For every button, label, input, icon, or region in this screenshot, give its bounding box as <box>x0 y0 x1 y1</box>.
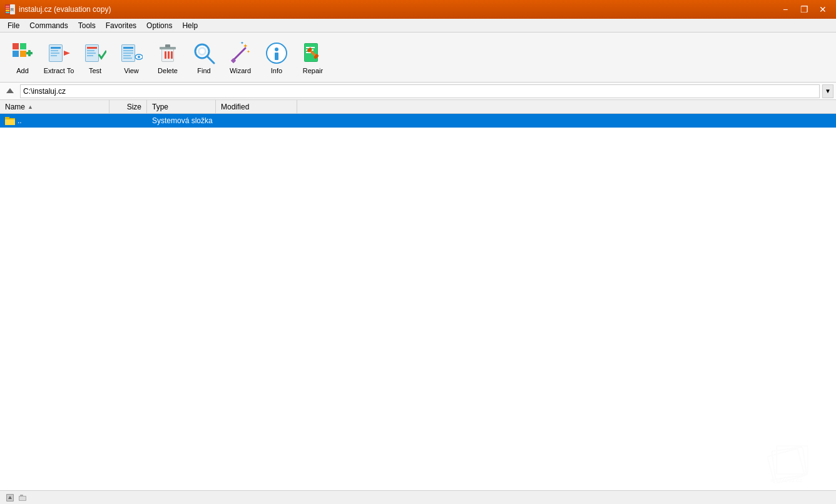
test-label: Test <box>89 67 101 74</box>
find-icon <box>191 41 217 66</box>
menu-favorites[interactable]: Favorites <box>101 20 141 31</box>
address-input[interactable] <box>20 84 820 98</box>
status-icon-1 <box>5 493 15 503</box>
svg-point-34 <box>138 56 140 58</box>
repair-icon <box>300 41 325 66</box>
svg-rect-31 <box>123 55 131 56</box>
col-header-name[interactable]: Name▲ <box>0 100 110 113</box>
sort-arrow-icon: ▲ <box>28 104 33 110</box>
svg-rect-40 <box>168 51 170 59</box>
cell-size <box>110 114 147 128</box>
svg-marker-66 <box>5 117 10 118</box>
svg-rect-38 <box>165 44 170 48</box>
restore-button[interactable]: ❐ <box>796 3 812 16</box>
minimize-button[interactable]: − <box>777 3 793 16</box>
menu-options[interactable]: Options <box>141 20 177 31</box>
add-button[interactable]: Add <box>5 36 40 79</box>
svg-rect-16 <box>51 50 58 51</box>
view-label: View <box>124 67 139 74</box>
svg-rect-25 <box>87 55 93 56</box>
svg-rect-53 <box>275 53 278 60</box>
info-label: Info <box>271 67 282 74</box>
toolbar: Add Extract To <box>0 33 836 83</box>
title-bar-left: R instaluj.cz (evaluation copy) <box>5 4 111 14</box>
repair-label: Repair <box>303 67 323 74</box>
col-header-size[interactable]: Size <box>110 100 147 113</box>
window-title: instaluj.cz (evaluation copy) <box>19 5 111 14</box>
up-arrow-icon <box>6 87 14 96</box>
add-label: Add <box>16 67 29 74</box>
file-list-container: Name▲SizeTypeModified ..Systemová složka <box>0 100 836 490</box>
svg-text:✦: ✦ <box>247 49 250 54</box>
menu-tools[interactable]: Tools <box>73 20 101 31</box>
find-label: Find <box>197 67 210 74</box>
svg-rect-5 <box>6 12 9 13</box>
col-header-modified[interactable]: Modified <box>216 100 297 113</box>
filename: .. <box>18 116 22 125</box>
table-row[interactable]: ..Systemová složka <box>0 114 836 128</box>
svg-rect-18 <box>51 55 57 56</box>
svg-rect-24 <box>87 53 96 54</box>
svg-text:R: R <box>11 8 14 12</box>
svg-text:✦: ✦ <box>240 42 244 45</box>
svg-rect-39 <box>165 51 166 59</box>
svg-rect-4 <box>6 10 9 11</box>
extract-button[interactable]: Extract To <box>41 36 76 79</box>
info-button[interactable]: Info <box>259 36 294 79</box>
address-bar: ▼ <box>0 83 836 100</box>
file-rows: ..Systemová složka <box>0 114 836 128</box>
svg-rect-23 <box>87 50 94 51</box>
info-icon <box>264 41 289 66</box>
svg-rect-17 <box>51 53 59 54</box>
status-icons <box>5 493 28 503</box>
test-button[interactable]: Test <box>78 36 113 79</box>
svg-rect-3 <box>6 8 9 9</box>
folder-icon <box>5 116 15 125</box>
menu-file[interactable]: File <box>3 20 24 31</box>
app-icon: R <box>5 4 15 14</box>
svg-rect-65 <box>5 119 15 125</box>
svg-line-46 <box>233 48 245 61</box>
cell-type: Systemová složka <box>147 114 216 128</box>
svg-rect-71 <box>20 495 23 496</box>
svg-rect-12 <box>28 50 31 56</box>
close-button[interactable]: ✕ <box>815 3 831 16</box>
repair-button[interactable]: Repair <box>295 36 330 79</box>
svg-rect-15 <box>51 47 61 49</box>
svg-rect-41 <box>171 51 173 59</box>
title-controls: − ❐ ✕ <box>777 3 831 16</box>
svg-marker-19 <box>64 51 70 56</box>
column-headers: Name▲SizeTypeModified <box>0 100 836 114</box>
svg-line-45 <box>207 56 214 63</box>
up-button[interactable] <box>3 84 18 98</box>
svg-point-44 <box>200 49 205 54</box>
svg-rect-2 <box>6 6 9 8</box>
find-button[interactable]: Find <box>186 36 222 79</box>
col-header-type[interactable]: Type <box>147 100 216 113</box>
status-bar: INSTALUJ.CZ <box>0 490 836 504</box>
extract-icon <box>46 41 71 66</box>
svg-rect-29 <box>123 50 133 51</box>
svg-rect-72 <box>19 496 26 500</box>
status-icon-2 <box>18 493 28 503</box>
wizard-icon: ✦ ✦ ✦ <box>228 41 253 66</box>
svg-marker-62 <box>6 88 14 93</box>
menu-bar: FileCommandsToolsFavoritesOptionsHelp <box>0 19 836 33</box>
cell-modified <box>216 114 297 128</box>
menu-commands[interactable]: Commands <box>24 20 73 31</box>
test-icon <box>83 41 108 66</box>
address-dropdown[interactable]: ▼ <box>822 84 833 98</box>
view-icon <box>119 41 144 66</box>
wizard-button[interactable]: ✦ ✦ ✦ Wizard <box>223 36 258 79</box>
wizard-label: Wizard <box>230 67 251 74</box>
svg-rect-7 <box>13 43 19 49</box>
svg-rect-30 <box>123 53 133 54</box>
menu-help[interactable]: Help <box>177 20 203 31</box>
title-bar: R instaluj.cz (evaluation copy) − ❐ ✕ <box>0 0 836 19</box>
delete-button[interactable]: Delete <box>150 36 185 79</box>
view-button[interactable]: View <box>114 36 149 79</box>
svg-rect-32 <box>123 58 132 59</box>
svg-rect-8 <box>20 43 26 49</box>
add-icon <box>10 41 35 66</box>
extract-label: Extract To <box>44 67 74 74</box>
